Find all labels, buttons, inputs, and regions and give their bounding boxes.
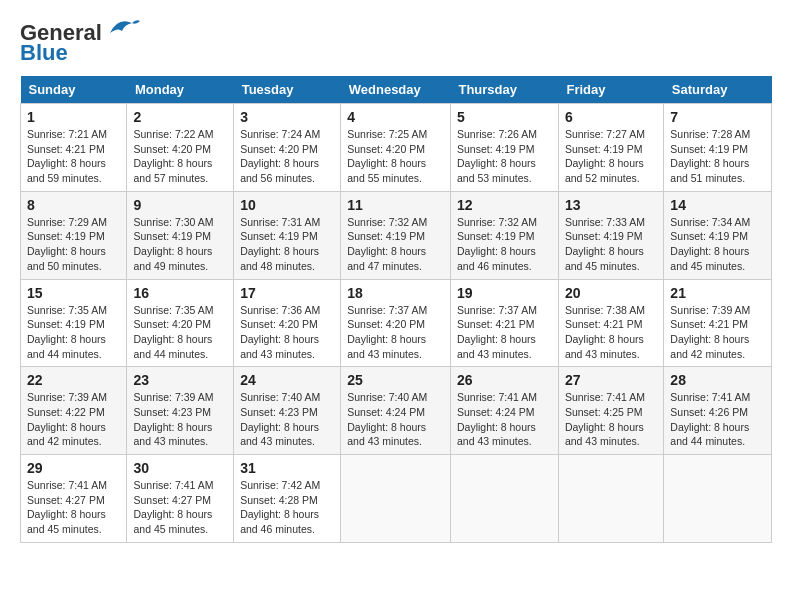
- day-number: 11: [347, 197, 444, 213]
- daylight-label: Daylight: 8 hours and 44 minutes.: [670, 421, 749, 448]
- daylight-label: Daylight: 8 hours and 42 minutes.: [27, 421, 106, 448]
- day-number: 21: [670, 285, 765, 301]
- day-info: Sunrise: 7:29 AM Sunset: 4:19 PM Dayligh…: [27, 215, 120, 274]
- sunrise-label: Sunrise: 7:26 AM: [457, 128, 537, 140]
- calendar-cell: [558, 455, 663, 543]
- day-info: Sunrise: 7:21 AM Sunset: 4:21 PM Dayligh…: [27, 127, 120, 186]
- sunset-label: Sunset: 4:20 PM: [347, 143, 425, 155]
- sunrise-label: Sunrise: 7:37 AM: [347, 304, 427, 316]
- sunset-label: Sunset: 4:19 PM: [27, 230, 105, 242]
- daylight-label: Daylight: 8 hours and 57 minutes.: [133, 157, 212, 184]
- calendar-cell: 26 Sunrise: 7:41 AM Sunset: 4:24 PM Dayl…: [450, 367, 558, 455]
- sunset-label: Sunset: 4:19 PM: [457, 230, 535, 242]
- daylight-label: Daylight: 8 hours and 43 minutes.: [565, 421, 644, 448]
- column-header-wednesday: Wednesday: [341, 76, 451, 104]
- daylight-label: Daylight: 8 hours and 45 minutes.: [27, 508, 106, 535]
- sunset-label: Sunset: 4:22 PM: [27, 406, 105, 418]
- day-info: Sunrise: 7:39 AM Sunset: 4:22 PM Dayligh…: [27, 390, 120, 449]
- day-number: 4: [347, 109, 444, 125]
- sunrise-label: Sunrise: 7:39 AM: [670, 304, 750, 316]
- calendar-cell: 27 Sunrise: 7:41 AM Sunset: 4:25 PM Dayl…: [558, 367, 663, 455]
- sunset-label: Sunset: 4:28 PM: [240, 494, 318, 506]
- day-info: Sunrise: 7:42 AM Sunset: 4:28 PM Dayligh…: [240, 478, 334, 537]
- sunset-label: Sunset: 4:23 PM: [240, 406, 318, 418]
- day-number: 20: [565, 285, 657, 301]
- daylight-label: Daylight: 8 hours and 50 minutes.: [27, 245, 106, 272]
- logo: General Blue: [20, 20, 140, 66]
- sunset-label: Sunset: 4:20 PM: [240, 143, 318, 155]
- daylight-label: Daylight: 8 hours and 43 minutes.: [457, 421, 536, 448]
- sunset-label: Sunset: 4:27 PM: [133, 494, 211, 506]
- day-number: 8: [27, 197, 120, 213]
- sunrise-label: Sunrise: 7:31 AM: [240, 216, 320, 228]
- sunset-label: Sunset: 4:20 PM: [347, 318, 425, 330]
- calendar-cell: 9 Sunrise: 7:30 AM Sunset: 4:19 PM Dayli…: [127, 191, 234, 279]
- day-info: Sunrise: 7:32 AM Sunset: 4:19 PM Dayligh…: [457, 215, 552, 274]
- day-info: Sunrise: 7:26 AM Sunset: 4:19 PM Dayligh…: [457, 127, 552, 186]
- calendar-cell: 8 Sunrise: 7:29 AM Sunset: 4:19 PM Dayli…: [21, 191, 127, 279]
- sunset-label: Sunset: 4:27 PM: [27, 494, 105, 506]
- sunset-label: Sunset: 4:21 PM: [670, 318, 748, 330]
- daylight-label: Daylight: 8 hours and 51 minutes.: [670, 157, 749, 184]
- sunset-label: Sunset: 4:21 PM: [565, 318, 643, 330]
- daylight-label: Daylight: 8 hours and 42 minutes.: [670, 333, 749, 360]
- calendar-cell: 19 Sunrise: 7:37 AM Sunset: 4:21 PM Dayl…: [450, 279, 558, 367]
- sunset-label: Sunset: 4:20 PM: [133, 143, 211, 155]
- sunset-label: Sunset: 4:19 PM: [457, 143, 535, 155]
- calendar-cell: 20 Sunrise: 7:38 AM Sunset: 4:21 PM Dayl…: [558, 279, 663, 367]
- sunrise-label: Sunrise: 7:32 AM: [457, 216, 537, 228]
- calendar-cell: 21 Sunrise: 7:39 AM Sunset: 4:21 PM Dayl…: [664, 279, 772, 367]
- daylight-label: Daylight: 8 hours and 43 minutes.: [565, 333, 644, 360]
- sunrise-label: Sunrise: 7:37 AM: [457, 304, 537, 316]
- sunset-label: Sunset: 4:25 PM: [565, 406, 643, 418]
- day-number: 5: [457, 109, 552, 125]
- daylight-label: Daylight: 8 hours and 43 minutes.: [240, 421, 319, 448]
- sunrise-label: Sunrise: 7:33 AM: [565, 216, 645, 228]
- sunrise-label: Sunrise: 7:40 AM: [240, 391, 320, 403]
- day-info: Sunrise: 7:41 AM Sunset: 4:24 PM Dayligh…: [457, 390, 552, 449]
- daylight-label: Daylight: 8 hours and 46 minutes.: [240, 508, 319, 535]
- sunrise-label: Sunrise: 7:27 AM: [565, 128, 645, 140]
- column-header-thursday: Thursday: [450, 76, 558, 104]
- calendar-cell: 7 Sunrise: 7:28 AM Sunset: 4:19 PM Dayli…: [664, 104, 772, 192]
- daylight-label: Daylight: 8 hours and 44 minutes.: [27, 333, 106, 360]
- calendar-cell: 12 Sunrise: 7:32 AM Sunset: 4:19 PM Dayl…: [450, 191, 558, 279]
- daylight-label: Daylight: 8 hours and 43 minutes.: [347, 333, 426, 360]
- sunrise-label: Sunrise: 7:35 AM: [133, 304, 213, 316]
- sunrise-label: Sunrise: 7:34 AM: [670, 216, 750, 228]
- day-info: Sunrise: 7:24 AM Sunset: 4:20 PM Dayligh…: [240, 127, 334, 186]
- day-info: Sunrise: 7:37 AM Sunset: 4:20 PM Dayligh…: [347, 303, 444, 362]
- calendar-cell: [664, 455, 772, 543]
- sunset-label: Sunset: 4:24 PM: [457, 406, 535, 418]
- daylight-label: Daylight: 8 hours and 43 minutes.: [457, 333, 536, 360]
- daylight-label: Daylight: 8 hours and 44 minutes.: [133, 333, 212, 360]
- sunset-label: Sunset: 4:19 PM: [565, 230, 643, 242]
- day-number: 1: [27, 109, 120, 125]
- sunrise-label: Sunrise: 7:29 AM: [27, 216, 107, 228]
- calendar-cell: 28 Sunrise: 7:41 AM Sunset: 4:26 PM Dayl…: [664, 367, 772, 455]
- day-info: Sunrise: 7:27 AM Sunset: 4:19 PM Dayligh…: [565, 127, 657, 186]
- sunset-label: Sunset: 4:19 PM: [133, 230, 211, 242]
- sunrise-label: Sunrise: 7:39 AM: [27, 391, 107, 403]
- day-number: 28: [670, 372, 765, 388]
- daylight-label: Daylight: 8 hours and 43 minutes.: [347, 421, 426, 448]
- day-number: 14: [670, 197, 765, 213]
- day-info: Sunrise: 7:38 AM Sunset: 4:21 PM Dayligh…: [565, 303, 657, 362]
- sunrise-label: Sunrise: 7:42 AM: [240, 479, 320, 491]
- day-info: Sunrise: 7:31 AM Sunset: 4:19 PM Dayligh…: [240, 215, 334, 274]
- sunrise-label: Sunrise: 7:25 AM: [347, 128, 427, 140]
- sunrise-label: Sunrise: 7:41 AM: [133, 479, 213, 491]
- daylight-label: Daylight: 8 hours and 46 minutes.: [457, 245, 536, 272]
- sunrise-label: Sunrise: 7:24 AM: [240, 128, 320, 140]
- day-info: Sunrise: 7:37 AM Sunset: 4:21 PM Dayligh…: [457, 303, 552, 362]
- day-number: 27: [565, 372, 657, 388]
- calendar-cell: 10 Sunrise: 7:31 AM Sunset: 4:19 PM Dayl…: [234, 191, 341, 279]
- calendar-cell: 18 Sunrise: 7:37 AM Sunset: 4:20 PM Dayl…: [341, 279, 451, 367]
- calendar-table: SundayMondayTuesdayWednesdayThursdayFrid…: [20, 76, 772, 543]
- day-number: 26: [457, 372, 552, 388]
- calendar-cell: 29 Sunrise: 7:41 AM Sunset: 4:27 PM Dayl…: [21, 455, 127, 543]
- sunrise-label: Sunrise: 7:35 AM: [27, 304, 107, 316]
- sunrise-label: Sunrise: 7:41 AM: [27, 479, 107, 491]
- day-info: Sunrise: 7:39 AM Sunset: 4:21 PM Dayligh…: [670, 303, 765, 362]
- day-info: Sunrise: 7:25 AM Sunset: 4:20 PM Dayligh…: [347, 127, 444, 186]
